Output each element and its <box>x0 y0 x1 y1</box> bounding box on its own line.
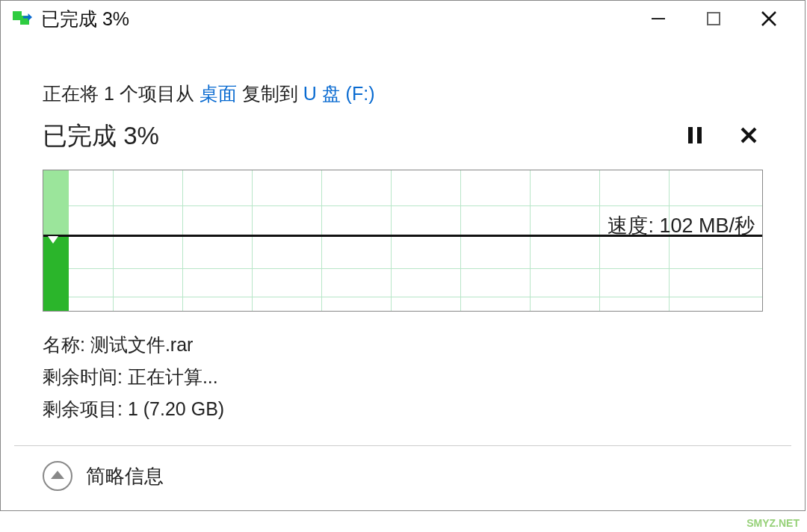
cancel-button[interactable] <box>739 126 758 148</box>
pause-button[interactable] <box>687 126 703 148</box>
chevron-up-icon <box>51 471 64 479</box>
detail-items-remaining: 剩余项目: 1 (7.20 GB) <box>43 397 763 421</box>
footer-divider <box>14 445 791 446</box>
graph-fill-upper <box>43 170 69 235</box>
progress-row: 已完成 3% <box>43 120 763 153</box>
copy-mid: 复制到 <box>237 83 303 104</box>
titlebar: 已完成 3% <box>1 1 805 37</box>
close-button[interactable] <box>752 4 785 34</box>
maximize-button[interactable] <box>697 4 730 34</box>
window-controls <box>642 4 785 34</box>
footer-label: 简略信息 <box>86 463 164 489</box>
copy-icon <box>13 11 34 26</box>
svg-rect-5 <box>697 127 702 143</box>
graph-fill-lower <box>43 237 69 312</box>
copy-description: 正在将 1 个项目从 桌面 复制到 U 盘 (F:) <box>43 81 763 106</box>
speed-graph: 速度: 102 MB/秒 <box>43 170 763 312</box>
progress-label: 已完成 3% <box>43 120 159 153</box>
svg-rect-1 <box>708 13 720 25</box>
graph-caret-icon <box>48 236 58 244</box>
detail-time-remaining: 剩余时间: 正在计算... <box>43 365 763 389</box>
file-copy-dialog: 已完成 3% 正在将 1 个项目从 桌面 复制到 U 盘 (F:) 已完成 3% <box>0 0 806 511</box>
content-area: 正在将 1 个项目从 桌面 复制到 U 盘 (F:) 已完成 3% <box>1 37 805 421</box>
svg-rect-4 <box>688 127 693 143</box>
footer: 简略信息 <box>43 461 164 491</box>
dest-link[interactable]: U 盘 (F:) <box>303 83 375 104</box>
source-link[interactable]: 桌面 <box>200 83 237 104</box>
details-section: 名称: 测试文件.rar 剩余时间: 正在计算... 剩余项目: 1 (7.20… <box>43 332 763 421</box>
watermark: SMYZ.NET <box>746 517 800 529</box>
detail-name: 名称: 测试文件.rar <box>43 332 763 357</box>
copy-prefix: 正在将 1 个项目从 <box>43 83 200 104</box>
progress-controls <box>687 126 763 148</box>
window-title: 已完成 3% <box>41 7 642 31</box>
minimize-button[interactable] <box>642 4 675 34</box>
speed-label: 速度: 102 MB/秒 <box>607 212 755 239</box>
collapse-toggle[interactable] <box>43 461 72 491</box>
